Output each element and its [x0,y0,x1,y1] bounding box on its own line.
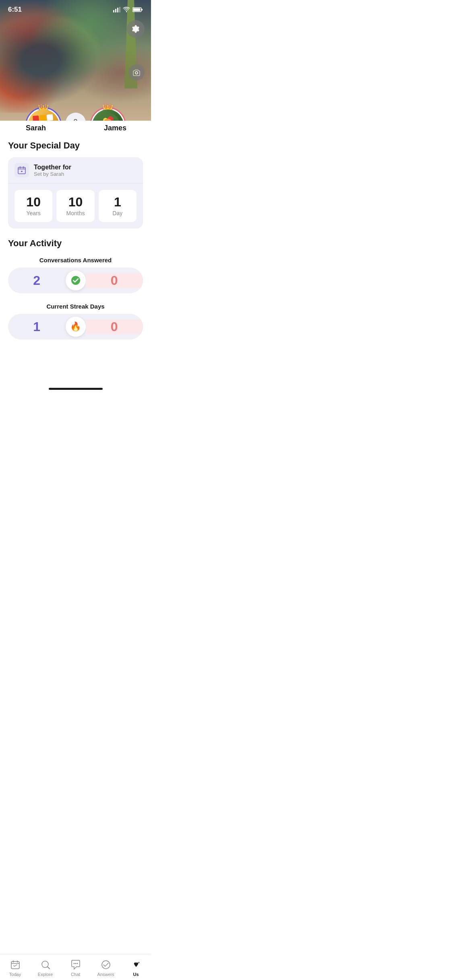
days-label: Day [102,210,133,216]
home-indicator [49,388,103,390]
svg-rect-0 [113,10,114,12]
conversations-right-value: 0 [111,273,118,288]
months-value: 10 [60,196,91,208]
sarah-ring [25,107,62,121]
card-subtitle: Set by Sarah [34,171,71,177]
signal-icon [113,7,120,12]
streak-metric: Current Streak Days 1 🔥 0 [8,303,143,340]
duration-days: 1 Day [99,190,137,222]
conversations-left-value: 2 [33,273,40,288]
streak-left: 1 [8,319,66,334]
status-time: 6:51 [8,6,22,14]
conversations-left: 2 [8,273,66,288]
james-name: James [89,124,141,132]
profile-sarah: 👑 [25,107,62,121]
streak-left-value: 1 [33,319,40,334]
streak-bar: 1 🔥 0 [8,314,143,340]
svg-rect-6 [141,9,143,10]
james-ring [90,107,126,121]
battery-icon [132,7,143,12]
fire-icon: 🔥 [70,321,81,332]
status-bar: 6:51 [0,0,151,17]
conversations-right: 0 [86,273,143,288]
camera-icon [132,69,141,76]
svg-point-4 [126,11,127,12]
conversations-bar: 2 0 [8,268,143,293]
calendar-icon-wrapper [14,163,29,177]
james-avatar [92,109,124,121]
settings-button[interactable] [127,20,145,38]
special-day-title: Your Special Day [0,140,151,151]
streak-right: 0 [86,319,143,334]
ampersand-connector: & [66,113,86,121]
profile-james: 👑 [90,107,126,121]
camera-button[interactable] [128,64,145,80]
status-icons [113,7,143,12]
hero-section: 👑 [0,0,151,121]
special-day-section: Your Special Day Together for Set by Sar… [0,140,151,229]
streak-right-value: 0 [111,319,118,334]
svg-point-8 [135,72,138,74]
svg-rect-2 [117,8,118,12]
days-value: 1 [102,196,133,208]
svg-rect-7 [133,8,141,11]
card-title: Together for [34,164,71,171]
james-avatar-wrapper: 👑 [90,107,126,121]
activity-title: Your Activity [8,238,143,249]
svg-rect-1 [115,9,116,12]
sarah-avatar [28,109,59,121]
conversations-metric: Conversations Answered 2 0 [8,257,143,293]
svg-point-14 [71,276,80,285]
svg-rect-3 [119,7,120,12]
checkmark-icon [71,276,81,285]
duration-row: 10 Years 10 Months 1 Day [8,183,143,229]
card-header-text: Together for Set by Sarah [34,164,71,177]
streak-center-icon: 🔥 [66,317,86,337]
duration-years: 10 Years [14,190,52,222]
years-label: Years [18,210,49,216]
special-day-card: Together for Set by Sarah 10 Years 10 Mo… [8,157,143,229]
names-row: Sarah James [0,121,151,140]
calendar-heart-icon [17,166,26,175]
card-header: Together for Set by Sarah [8,157,143,183]
gear-icon [131,25,140,33]
sarah-name: Sarah [10,124,62,132]
wifi-icon [123,7,130,12]
months-label: Months [60,210,91,216]
svg-rect-10 [18,167,25,174]
duration-months: 10 Months [56,190,94,222]
years-value: 10 [18,196,49,208]
conversations-label: Conversations Answered [8,257,143,264]
activity-section: Your Activity Conversations Answered 2 0 [0,238,151,340]
sarah-avatar-wrapper: 👑 [25,107,62,121]
profiles-section: 👑 [0,107,151,121]
conversations-center-icon [66,270,86,290]
streak-label: Current Streak Days [8,303,143,310]
